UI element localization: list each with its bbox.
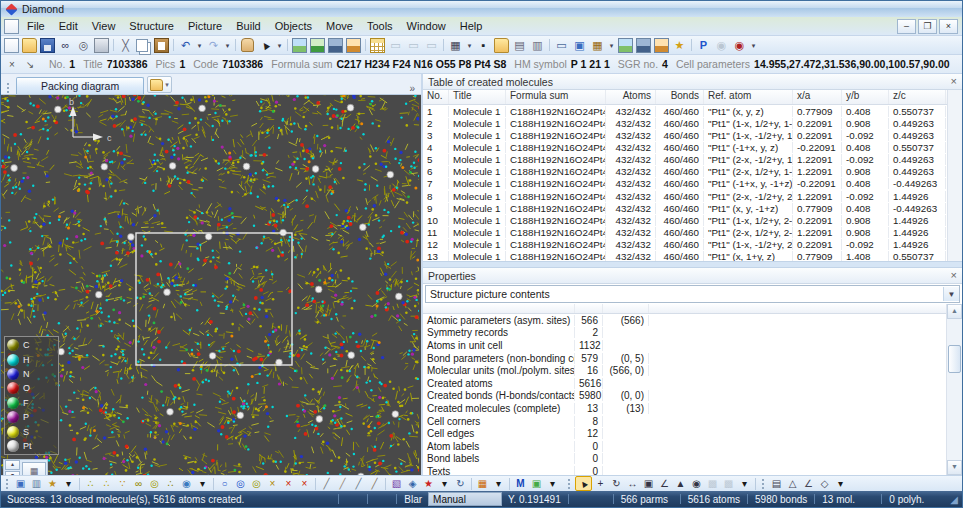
scroll-down-icon[interactable]: ▼	[947, 460, 962, 475]
photo-mode-icon[interactable]: ▪	[475, 38, 492, 53]
tab-packing-diagram[interactable]: Packing diagram	[16, 77, 144, 94]
color-dropdown-icon[interactable]: ▾	[491, 477, 506, 490]
destroy-selection-icon[interactable]: ×	[265, 477, 280, 490]
picture-forward-icon[interactable]	[345, 38, 362, 53]
coordination-sphere-icon[interactable]: ○	[217, 477, 232, 490]
toolbar-grip[interactable]	[567, 478, 572, 490]
menu-item-window[interactable]: Window	[400, 18, 453, 34]
picture-mode-icon[interactable]: ▣	[529, 477, 544, 490]
select-pointer-icon[interactable]: ▲	[575, 476, 592, 491]
menu-item-file[interactable]: File	[20, 18, 52, 34]
find-icon[interactable]: ∞	[57, 38, 74, 53]
build-wizard-icon[interactable]: ★	[45, 477, 60, 490]
redo-dropdown-icon[interactable]: ▾	[223, 38, 232, 53]
table-row[interactable]: 6Molecule 1C188H192N16O24Pt4P8432/432460…	[423, 166, 947, 178]
table-row[interactable]: 1Molecule 1C188H192N16O24Pt4P8432/432460…	[423, 105, 947, 117]
grid-view-icon[interactable]: ▦	[447, 38, 464, 53]
tabbar-grip[interactable]	[6, 82, 11, 94]
ruler-icon[interactable]: ▤	[769, 477, 784, 490]
bond-style-icon-3[interactable]: ╱	[351, 477, 366, 490]
save-icon[interactable]	[39, 38, 56, 53]
menu-item-edit[interactable]: Edit	[52, 18, 85, 34]
view-direction-icon[interactable]: ∠	[657, 477, 672, 490]
assistant-icon[interactable]: ★	[671, 38, 688, 53]
diagram-mono-icon[interactable]	[635, 38, 652, 53]
menu-item-objects[interactable]: Objects	[268, 18, 319, 34]
table-row[interactable]: 2Molecule 1C188H192N16O24Pt4P8432/432460…	[423, 117, 947, 129]
menu-new-icon[interactable]	[3, 19, 20, 34]
print-icon[interactable]	[93, 38, 110, 53]
property-row[interactable]: Bond labels0	[423, 453, 946, 466]
layout-split-icon[interactable]: ▤	[511, 38, 528, 53]
slab-plane-icon[interactable]: ◈	[405, 477, 420, 490]
cut-icon[interactable]: ╳	[117, 38, 134, 53]
window-layout-icon-2[interactable]: ▭	[405, 38, 422, 53]
property-row[interactable]: Texts0	[423, 465, 946, 475]
properties-selector[interactable]: Structure picture contents ▼	[425, 285, 960, 303]
frame-table-button[interactable]: ▦	[22, 462, 46, 475]
grid-view-dropdown-icon[interactable]: ▾	[465, 38, 474, 53]
destroy-all-icon[interactable]: ×	[297, 477, 312, 490]
chart-add-icon[interactable]: ▣	[571, 38, 588, 53]
move-icon[interactable]: +	[593, 477, 608, 490]
molecules-table-close-icon[interactable]: ×	[951, 76, 957, 87]
property-row[interactable]: Atomic parameters (asym. sites)566(566)	[423, 314, 946, 327]
window-layout-icon-1[interactable]: ▭	[387, 38, 404, 53]
structure-canvas[interactable]: bc CHNOFPSPt ▴ ▾ ▦	[1, 95, 421, 475]
north-up-icon[interactable]: ▲	[673, 477, 688, 490]
horizontal-splitter[interactable]	[423, 261, 962, 268]
redo-icon[interactable]: ↷	[205, 38, 222, 53]
undo-icon[interactable]: ↶	[177, 38, 194, 53]
angle-measure-icon[interactable]: △	[785, 477, 800, 490]
scroll-thumb[interactable]	[948, 345, 961, 373]
title-bar[interactable]: Diamond	[1, 1, 962, 17]
open-folder-icon[interactable]	[21, 38, 38, 53]
table-row[interactable]: 4Molecule 1C188H192N16O24Pt4P8432/432460…	[423, 141, 947, 153]
table-row[interactable]: 12Molecule 1C188H192N16O24Pt4P8432/43246…	[423, 239, 947, 251]
complete-fragments-icon[interactable]: ∞	[131, 477, 146, 490]
bond-style-icon-4[interactable]: ╱	[367, 477, 382, 490]
toolbar-grip[interactable]	[761, 478, 766, 490]
property-row[interactable]: Molecular units (mol./polym. sites)16(56…	[423, 364, 946, 377]
build-overflow-icon[interactable]: ▾	[545, 477, 560, 490]
build-molecules-icon[interactable]: ∴	[99, 477, 114, 490]
destroy-cell-icon[interactable]: ★	[421, 477, 436, 490]
picture-blue-icon[interactable]	[291, 38, 308, 53]
menu-item-help[interactable]: Help	[453, 18, 490, 34]
eraser-icon[interactable]: ◇	[817, 477, 832, 490]
paste-icon[interactable]	[153, 38, 170, 53]
layout-grid-icon[interactable]: ▥	[529, 38, 546, 53]
packing-range-icon[interactable]: ▧	[389, 477, 404, 490]
table-row[interactable]: 8Molecule 1C188H192N16O24Pt4P8432/432460…	[423, 190, 947, 202]
table-row[interactable]: 5Molecule 1C188H192N16O24Pt4P8432/432460…	[423, 154, 947, 166]
molecule-mode-icon[interactable]: M	[513, 477, 528, 490]
walk-icon[interactable]: ▩	[705, 477, 720, 490]
new-picture-icon[interactable]	[493, 38, 510, 53]
property-row[interactable]: Symmetry records2	[423, 327, 946, 340]
rotate-view-icon[interactable]: ↻	[453, 477, 468, 490]
picture-back-icon[interactable]	[327, 38, 344, 53]
property-row[interactable]: Cell corners8	[423, 415, 946, 428]
menu-item-view[interactable]: View	[85, 18, 123, 34]
camera-icon[interactable]: ◉	[713, 38, 730, 53]
build-dropdown-icon[interactable]: ▾	[61, 477, 76, 490]
mdi-restore-button[interactable]: ❐	[918, 19, 937, 34]
table-row[interactable]: 13Molecule 1C188H192N16O24Pt4P8432/43246…	[423, 251, 947, 261]
menu-item-picture[interactable]: Picture	[181, 18, 229, 34]
print-preview-icon[interactable]: ◎	[75, 38, 92, 53]
scroll-up-icon[interactable]: ▲	[947, 304, 962, 319]
toolbar-grip[interactable]	[5, 478, 10, 490]
toolbar-overflow-icon[interactable]: ▾	[749, 38, 758, 53]
new-picture-tab-button[interactable]: ▾	[147, 76, 172, 93]
picture-new-icon[interactable]: ▣	[13, 477, 28, 490]
bond-style-icon-2[interactable]: ╱	[335, 477, 350, 490]
mdi-close-button[interactable]: ×	[939, 19, 958, 34]
info-close-icon[interactable]: ×	[5, 59, 19, 70]
menu-item-build[interactable]: Build	[229, 18, 267, 34]
diagram-color-icon[interactable]	[653, 38, 670, 53]
mdi-minimize-button[interactable]: –	[897, 19, 916, 34]
properties-scrollbar[interactable]: ▲ ▼	[946, 304, 962, 475]
diagram-blue-icon[interactable]	[617, 38, 634, 53]
data-table-icon[interactable]	[369, 38, 386, 53]
chart-table-icon[interactable]: ▦	[589, 38, 606, 53]
